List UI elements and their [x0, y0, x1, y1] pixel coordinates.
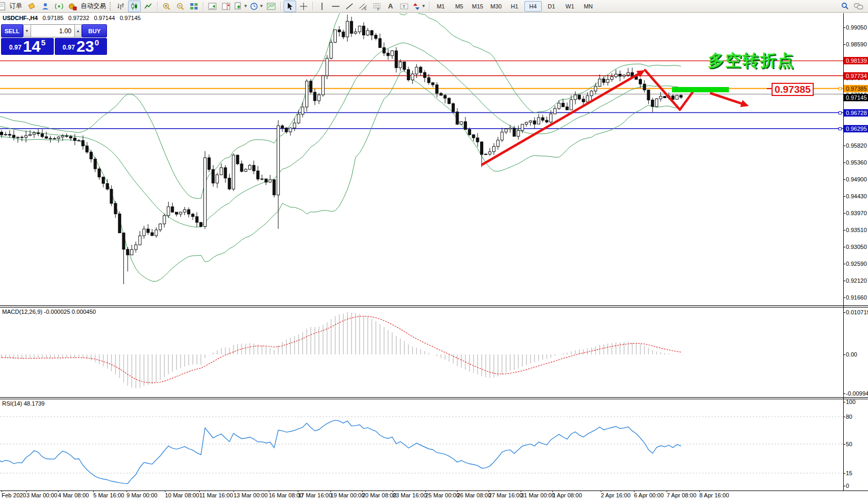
text-label-icon: T: [400, 2, 408, 11]
price-tick-label: 0.93510: [846, 227, 867, 233]
timeframe-button-M30[interactable]: M30: [487, 1, 505, 12]
vertical-line-button[interactable]: [316, 1, 328, 12]
sell-price-box[interactable]: 0.97 14 5: [1, 38, 54, 55]
level-line-handle[interactable]: [838, 127, 842, 130]
trendline-button[interactable]: [343, 1, 356, 12]
panel-separator[interactable]: [0, 305, 868, 306]
trend-arrow[interactable]: [711, 93, 744, 104]
channel-button[interactable]: E: [357, 1, 369, 12]
time-axis-line: [0, 491, 868, 491]
horizontal-line-icon: [331, 2, 340, 11]
order-label[interactable]: 订单: [9, 2, 22, 11]
rsi-tick: [843, 473, 845, 474]
price-tick-label: 0.92120: [846, 277, 867, 284]
support-zone-rectangle[interactable]: [672, 87, 729, 92]
horizontal-line-button[interactable]: [329, 1, 342, 12]
ohlc-high: 0.97232: [69, 15, 90, 21]
zoom-in-button[interactable]: [160, 1, 173, 12]
panel-separator[interactable]: [0, 307, 868, 307]
time-label: 5 Mar 16:00: [93, 492, 124, 498]
timeframe-button-M1[interactable]: M1: [432, 1, 450, 12]
trend-arrow[interactable]: [482, 73, 641, 165]
clock-icon: [250, 2, 258, 11]
price-tick-label: 0.91660: [846, 294, 867, 301]
template-button[interactable]: [265, 1, 278, 12]
crosshair-button[interactable]: [297, 1, 310, 12]
rsi-tick: [843, 444, 845, 445]
autotrade-button[interactable]: [66, 1, 79, 12]
macd-panel-canvas[interactable]: [0, 307, 844, 397]
tile-windows-button[interactable]: [188, 1, 200, 12]
timeframe-button-W1[interactable]: W1: [561, 1, 579, 12]
timeframe-button-H4[interactable]: H4: [524, 1, 542, 12]
broadcast-button[interactable]: [53, 1, 65, 12]
text-icon: A: [388, 2, 393, 10]
price-callout[interactable]: 0.97385: [772, 83, 814, 96]
period-button[interactable]: ▼: [249, 1, 264, 12]
text-label-button[interactable]: T: [398, 1, 411, 12]
price-tick-label: 0.98590: [846, 41, 867, 47]
fibonacci-icon: F: [373, 2, 381, 11]
price-tick: [843, 146, 845, 146]
rsi-tick: [843, 417, 845, 417]
time-label: 25 Mar 00:00: [425, 492, 460, 498]
price-tick: [843, 44, 845, 45]
level-price-badge: 0.98139: [844, 57, 868, 64]
auto-scroll-button[interactable]: [206, 1, 219, 12]
autotrade-icon: [68, 2, 77, 11]
buy-price-box[interactable]: 0.97 23 0: [55, 38, 108, 55]
cursor-button[interactable]: [284, 1, 296, 12]
buy-button[interactable]: BUY: [82, 24, 107, 37]
panel-separator[interactable]: [0, 399, 868, 399]
price-tick-label: 0.94900: [846, 176, 867, 182]
ohlc-open: 0.97185: [43, 15, 64, 21]
text-button[interactable]: A: [384, 1, 397, 12]
sell-button[interactable]: SELL: [1, 24, 23, 37]
fibonacci-button[interactable]: F: [370, 1, 383, 12]
chart-note-button[interactable]: [25, 1, 38, 12]
candlestick-chart-button[interactable]: [128, 1, 141, 12]
trend-arrowhead[interactable]: [740, 100, 749, 107]
community-button[interactable]: [39, 1, 52, 12]
document-icon: [0, 2, 6, 11]
panel-separator[interactable]: [0, 397, 868, 398]
timeframe-button-MN[interactable]: MN: [580, 1, 597, 12]
autotrade-label[interactable]: 自动交易: [81, 2, 106, 11]
new-chart-button[interactable]: ▼: [233, 1, 248, 12]
timeframe-button-M15[interactable]: M15: [469, 1, 486, 12]
timeframe-button-D1[interactable]: D1: [543, 1, 560, 12]
candlestick-chart-icon: [130, 2, 139, 11]
volume-input[interactable]: [31, 24, 74, 37]
macd-tick-label: 0.010719: [846, 309, 868, 315]
level-price-badge: 0.97385: [844, 85, 868, 92]
level-line-handle[interactable]: [838, 87, 842, 90]
annotation-title[interactable]: 多空转折点: [708, 50, 795, 72]
sell-price-sup: 5: [41, 38, 45, 47]
arrows-button[interactable]: ▼: [412, 1, 426, 12]
new-order-doc-icon[interactable]: [0, 1, 8, 12]
zoom-out-button[interactable]: [174, 1, 187, 12]
bar-chart-icon: [116, 2, 125, 11]
chat-button[interactable]: [852, 1, 865, 12]
time-label: 4 Mar 08:00: [58, 492, 89, 498]
rsi-panel-canvas[interactable]: [0, 399, 844, 491]
toolbar-separator: [203, 2, 203, 11]
level-line-handle[interactable]: [838, 111, 842, 114]
time-label: 17 Mar 16:00: [298, 492, 332, 498]
volume-decrease-button[interactable]: ▼: [23, 24, 31, 37]
chart-shift-button[interactable]: [220, 1, 232, 12]
time-label: 9 Mar 00:00: [126, 492, 158, 498]
level-price-badge: 0.96728: [844, 109, 868, 117]
line-chart-button[interactable]: [142, 1, 154, 12]
buy-price-small: 0.97: [63, 44, 75, 51]
arrows-icon: [412, 2, 421, 11]
trendline-icon: [345, 2, 354, 11]
search-icon: [841, 2, 849, 11]
search-button[interactable]: [838, 1, 851, 12]
time-label: 31 Mar 00:00: [521, 492, 555, 498]
timeframe-button-M5[interactable]: M5: [451, 1, 468, 12]
volume-increase-button[interactable]: ▲: [74, 24, 82, 37]
rsi-tick-label: 15: [846, 470, 852, 476]
timeframe-button-H1[interactable]: H1: [506, 1, 523, 12]
bar-chart-button[interactable]: [114, 1, 127, 12]
